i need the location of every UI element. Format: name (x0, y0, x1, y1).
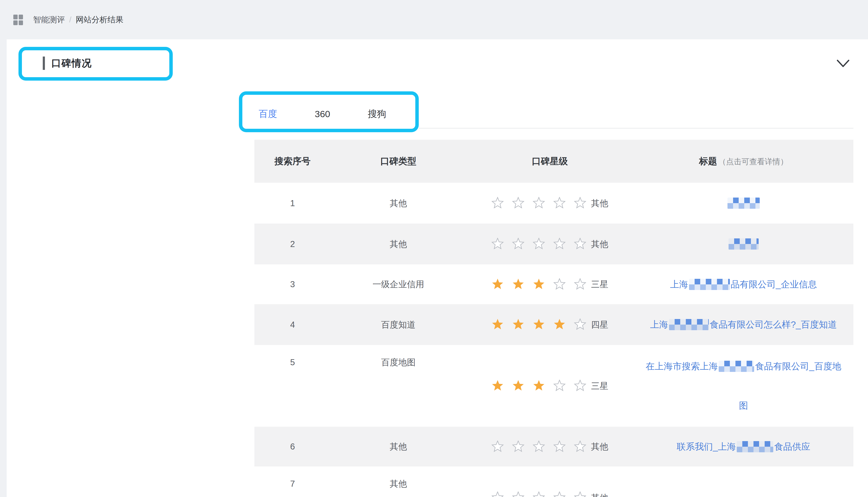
tab-sogou[interactable]: 搜狗 (368, 108, 386, 120)
star-empty-icon (553, 197, 566, 209)
redacted-text (669, 319, 709, 330)
table-header-row: 搜索序号 口碑类型 口碑星级 标题（点击可查看详情） (254, 140, 853, 183)
table-row: 5 百度地图 三星 在上海市搜索上海食品有限公司_百度地 图 (254, 345, 853, 427)
row-stars: 其他 (466, 224, 634, 265)
row-index: 6 (254, 427, 330, 467)
star-label: 四星 (591, 319, 608, 331)
star-empty-icon (574, 278, 586, 290)
row-index: 2 (254, 224, 330, 265)
header-title-hint: （点击可查看详情） (719, 157, 788, 166)
row-index: 3 (254, 265, 330, 304)
row-type: 其他 (330, 467, 466, 497)
row-type: 其他 (330, 224, 466, 265)
star-empty-icon (533, 440, 545, 453)
section-title: 口碑情况 (43, 56, 92, 71)
star-rating (491, 440, 586, 453)
star-label: 三星 (591, 279, 608, 290)
star-filled-icon (491, 318, 504, 331)
result-title-link[interactable]: 上海品有限公司_企业信息 (670, 279, 817, 290)
star-empty-icon (553, 440, 566, 453)
star-filled-icon (533, 278, 545, 290)
row-type: 百度知道 (330, 304, 466, 345)
star-empty-icon (574, 197, 586, 209)
star-rating (491, 238, 586, 250)
star-rating (491, 278, 586, 290)
tab-baidu[interactable]: 百度 (259, 108, 277, 120)
breadcrumb: 智能测评 / 网站分析结果 (33, 14, 123, 25)
breadcrumb-parent[interactable]: 智能测评 (33, 14, 65, 25)
result-title-link[interactable]: 联系我们_上海食品供应 (677, 441, 810, 453)
result-title-link[interactable]: 上海食品有限公司怎么样?_百度知道 (650, 318, 837, 331)
table-row: 1 其他 其他 (254, 183, 853, 224)
row-type: 其他 (330, 427, 466, 467)
star-label: 三星 (591, 380, 608, 392)
star-empty-icon (574, 238, 586, 250)
result-title-link[interactable] (726, 198, 761, 209)
star-empty-icon (574, 440, 586, 453)
star-filled-icon (491, 278, 504, 290)
star-empty-icon (574, 318, 586, 331)
search-engine-tabs: 百度 360 搜狗 (259, 99, 386, 129)
header-index: 搜索序号 (254, 140, 330, 183)
tab-underline (419, 128, 853, 129)
table-row: 6 其他 其他 联系我们_上海食品供应 (254, 427, 853, 467)
row-stars: 三星 (466, 265, 634, 304)
star-filled-icon (491, 380, 504, 392)
row-type: 其他 (330, 183, 466, 224)
star-empty-icon (491, 440, 504, 453)
star-empty-icon (491, 492, 504, 497)
row-stars: 其他 (466, 183, 634, 224)
star-empty-icon (553, 238, 566, 250)
row-stars: 四星 (466, 304, 634, 345)
star-empty-icon (553, 492, 566, 497)
result-title-link[interactable] (728, 238, 760, 250)
result-title-link[interactable]: 在上海市搜索上海食品有限公司_百度地 (646, 360, 841, 372)
row-index: 4 (254, 304, 330, 345)
star-empty-icon (533, 238, 545, 250)
star-empty-icon (512, 197, 525, 209)
chevron-down-icon[interactable] (836, 57, 850, 69)
star-empty-icon (512, 440, 525, 453)
header-title: 标题（点击可查看详情） (634, 140, 853, 183)
star-empty-icon (553, 278, 566, 290)
redacted-text (729, 238, 759, 250)
row-type: 一级企业信用 (330, 265, 466, 304)
row-index: 5 (254, 345, 330, 427)
star-empty-icon (512, 492, 525, 497)
star-filled-icon (512, 318, 525, 331)
star-label: 其他 (591, 197, 608, 209)
tab-360[interactable]: 360 (315, 109, 330, 119)
star-empty-icon (574, 380, 586, 392)
content-card: 口碑情况 百度 360 搜狗 搜索序号 口碑类型 口碑星级 标题（点击可查看详情… (7, 39, 868, 497)
row-index: 1 (254, 183, 330, 224)
redacted-text (719, 361, 754, 372)
star-empty-icon (553, 380, 566, 392)
star-empty-icon (533, 197, 545, 209)
row-stars: 三星 (466, 345, 634, 427)
apps-grid-icon[interactable] (13, 15, 23, 25)
result-title-link-line2[interactable]: 图 (739, 400, 748, 412)
star-filled-icon (553, 318, 566, 331)
star-label: 其他 (591, 492, 608, 497)
star-rating (491, 380, 586, 392)
table-row: 7 其他 其他 ...电商小程序,电商小程序加盟,电商小程序代 (254, 467, 853, 497)
star-empty-icon (491, 238, 504, 250)
header-type: 口碑类型 (330, 140, 466, 183)
reputation-table: 搜索序号 口碑类型 口碑星级 标题（点击可查看详情） 1 其他 其他 2 其他 … (254, 140, 853, 497)
annotation-box-section-title (18, 47, 173, 81)
star-filled-icon (512, 380, 525, 392)
header-stars: 口碑星级 (466, 140, 634, 183)
redacted-text (737, 441, 773, 452)
star-empty-icon (512, 238, 525, 250)
breadcrumb-separator: / (69, 15, 71, 24)
star-filled-icon (533, 318, 545, 331)
star-rating (491, 318, 586, 331)
row-stars: 其他 (466, 427, 634, 467)
row-type: 百度地图 (330, 345, 466, 427)
redacted-text (689, 279, 730, 290)
star-rating (491, 492, 586, 497)
star-filled-icon (512, 278, 525, 290)
table-row: 4 百度知道 四星 上海食品有限公司怎么样?_百度知道 (254, 304, 853, 345)
row-stars: 其他 (466, 467, 634, 497)
star-filled-icon (533, 380, 545, 392)
